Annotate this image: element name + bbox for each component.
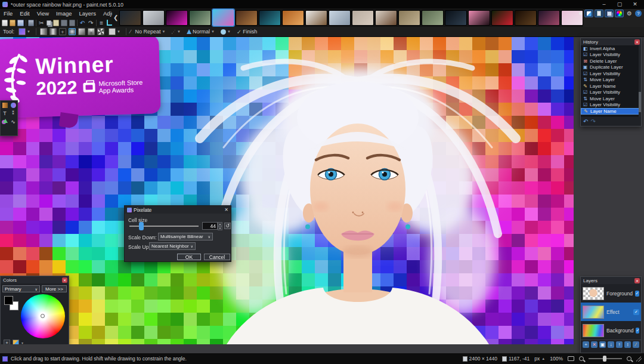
gradient-channels-button[interactable]: ▼ (107, 28, 122, 36)
colors-close-icon[interactable]: ✕ (62, 277, 67, 283)
image-thumbnail[interactable] (515, 10, 537, 26)
image-thumbnail-active[interactable] (212, 9, 234, 26)
history-item[interactable]: ⇅Move Layer (581, 95, 641, 102)
image-thumbnail[interactable] (119, 10, 141, 26)
cell-size-slider-thumb[interactable] (139, 222, 144, 230)
repeat-mode-dropdown[interactable]: No Repeat ▼ (133, 28, 167, 36)
menu-edit[interactable]: Edit (16, 9, 33, 18)
cancel-button[interactable]: Cancel (204, 254, 230, 260)
settings-button[interactable]: ⚙ (625, 10, 634, 17)
tools-panel-toggle[interactable] (584, 10, 593, 17)
canvas[interactable]: Winner 2022 Microsoft Store App Awards (0, 37, 574, 344)
image-thumbnail[interactable] (538, 10, 560, 26)
layers-panel-toggle[interactable] (605, 10, 614, 17)
image-thumbnail[interactable] (398, 10, 420, 26)
image-thumbnail[interactable] (491, 10, 513, 26)
colors-panel-toggle[interactable] (615, 10, 624, 17)
foreground-color-swatch[interactable] (4, 296, 13, 305)
paintbrush-tool-button[interactable] (9, 101, 17, 109)
gradient-type-radial-button[interactable] (69, 28, 76, 35)
open-file-icon[interactable] (10, 20, 16, 26)
color-target-select[interactable]: Primary∨ (2, 285, 40, 292)
duplicate-layer-button[interactable]: ▣ (599, 341, 606, 348)
more-colors-button[interactable]: More >> (42, 285, 67, 292)
pixelate-close-icon[interactable]: ✕ (224, 207, 228, 212)
history-item[interactable]: ☑Layer Visibility (581, 102, 641, 109)
crop-icon[interactable] (61, 20, 67, 26)
color-wheel[interactable] (21, 294, 65, 338)
line-tool-button[interactable]: ∿ (9, 118, 17, 126)
layer-row-background[interactable]: Background✓ (581, 321, 641, 340)
history-item[interactable]: ▣Duplicate Layer (581, 64, 641, 71)
add-palette-color-button[interactable]: + (4, 340, 10, 344)
history-redo-icon[interactable]: ↷ (590, 118, 595, 125)
zoom-tool-button[interactable]: ⁑ (9, 109, 17, 118)
zoom-out-icon[interactable] (579, 356, 584, 361)
menu-layers[interactable]: Layers (76, 9, 100, 18)
resize-grip[interactable] (636, 356, 642, 362)
crop-to-selection-icon[interactable] (107, 20, 112, 26)
menu-file[interactable]: File (0, 9, 16, 18)
move-layer-down-button[interactable]: ↕ (624, 341, 631, 348)
image-thumbnail[interactable] (282, 10, 304, 26)
layer-visibility-checkbox[interactable]: ✓ (635, 291, 639, 297)
image-thumbnail[interactable] (305, 10, 327, 26)
image-thumbnail[interactable] (445, 10, 467, 26)
history-item[interactable]: ⊠Delete Layer (581, 58, 641, 64)
pixelate-dialog-titlebar[interactable]: Pixelate ✕ (125, 206, 231, 214)
cell-size-spinner[interactable]: ▲▼ (218, 222, 222, 230)
shapes-tool-button[interactable] (1, 118, 9, 126)
scale-up-select[interactable]: Nearest Neighbor∨ (149, 242, 196, 250)
layer-row-effect[interactable]: Effect✓ (581, 303, 641, 321)
history-undo-icon[interactable]: ↶ (583, 118, 588, 125)
units-dropdown[interactable]: px ▲ (534, 356, 545, 362)
image-thumbnail[interactable] (329, 10, 351, 26)
move-layer-up-button[interactable]: ↑ (616, 341, 623, 348)
ok-button[interactable]: OK (177, 254, 201, 260)
print-icon[interactable] (28, 20, 34, 26)
thumbnail-scroll-left-icon[interactable]: ❮ (113, 14, 118, 21)
redo-icon[interactable]: ↷ (88, 20, 94, 26)
zoom-slider-thumb[interactable] (603, 356, 606, 362)
layer-row-foreground[interactable]: Foreground✓ (581, 284, 641, 303)
copy-icon[interactable] (47, 20, 51, 26)
fit-to-window-button[interactable] (568, 356, 574, 361)
paste-icon[interactable] (53, 20, 59, 26)
zoom-slider[interactable] (589, 358, 622, 359)
layer-visibility-checkbox[interactable]: ✓ (636, 328, 639, 334)
gradient-type-linear-button[interactable] (40, 28, 47, 35)
history-item[interactable]: ✎Layer Name (581, 108, 641, 115)
new-file-icon[interactable] (2, 20, 8, 26)
palette-menu-button[interactable] (13, 340, 19, 344)
delete-layer-button[interactable]: ✕ (591, 341, 597, 348)
save-icon[interactable] (17, 20, 23, 26)
antialiasing-dropdown[interactable]: ▼ (219, 28, 233, 36)
history-panel-toggle[interactable] (595, 10, 603, 17)
image-thumbnail[interactable] (189, 10, 211, 26)
layer-properties-button[interactable]: ∕ (633, 341, 639, 348)
history-icon[interactable]: ≡ (98, 20, 105, 26)
add-layer-button[interactable]: + (583, 341, 589, 348)
cell-size-input[interactable]: 44 (202, 222, 218, 230)
blend-mode-dropdown[interactable]: Normal ▼ (185, 28, 216, 36)
gradient-type-spiral-button[interactable] (97, 28, 104, 35)
sampling-dropdown[interactable]: ,·˙ ▼ (169, 28, 182, 36)
image-thumbnail[interactable] (236, 10, 258, 26)
layers-close-icon[interactable]: ✕ (634, 278, 640, 283)
image-thumbnail[interactable] (375, 10, 397, 26)
gradient-type-diamond-button[interactable] (78, 28, 85, 35)
text-tool-button[interactable]: T (1, 109, 9, 118)
minimize-button[interactable]: – (596, 0, 612, 9)
zoom-in-icon[interactable] (627, 356, 631, 361)
merge-layer-down-button[interactable]: ↓ (608, 341, 614, 348)
maximize-button[interactable]: ▢ (612, 0, 627, 9)
history-item[interactable]: ✎Layer Name (581, 83, 641, 90)
menu-image[interactable]: Image (52, 9, 75, 18)
deselect-icon[interactable] (69, 20, 75, 26)
gradient-type-mirrored-button[interactable] (49, 28, 57, 35)
history-item[interactable]: ☑Layer Visibility (581, 70, 641, 77)
history-item[interactable]: ⇅Move Layer (581, 77, 641, 84)
history-item[interactable]: ◧Invert Alpha (581, 45, 641, 52)
finish-button[interactable]: ✓ Finish (235, 28, 259, 36)
history-close-icon[interactable]: ✕ (634, 39, 640, 45)
